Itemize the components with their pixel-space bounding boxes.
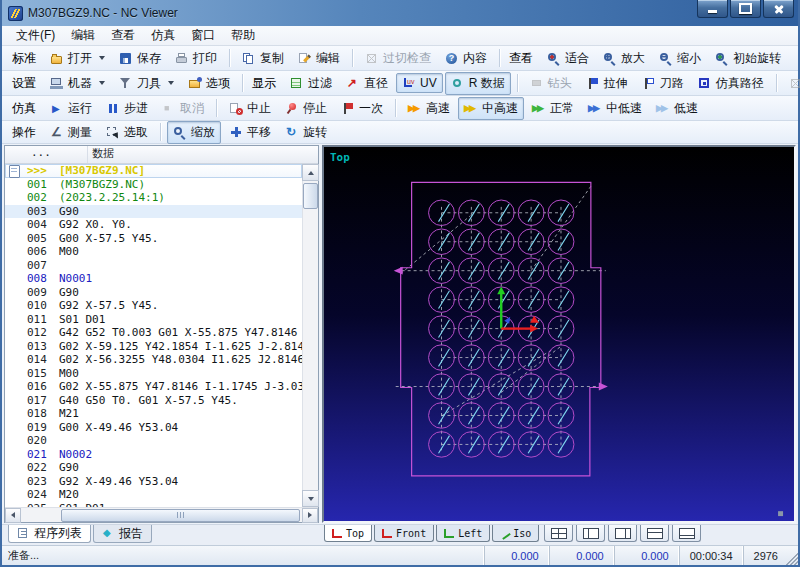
code-row[interactable]: 015M00 xyxy=(5,367,302,381)
split-left-button[interactable] xyxy=(576,525,605,542)
abort-button[interactable]: 中止 xyxy=(223,97,277,120)
code-row[interactable]: 011S01 D01 xyxy=(5,313,302,327)
code-row[interactable]: 003G90 xyxy=(5,205,302,219)
run-button[interactable]: 运行 xyxy=(44,97,98,120)
graphics-viewport[interactable]: Top xyxy=(322,145,796,523)
code-list[interactable]: >>>[M307BGZ9.NC]001(M307BGZ9.NC)002(2023… xyxy=(5,164,302,507)
scroll-down-button[interactable] xyxy=(302,490,319,507)
four-pane-button[interactable] xyxy=(544,525,573,542)
speed-normal-button[interactable]: 正常 xyxy=(526,97,580,120)
code-row[interactable]: 018M21 xyxy=(5,407,302,421)
help-button[interactable]: 内容 xyxy=(439,47,493,70)
split-bottom-button[interactable] xyxy=(672,525,701,542)
code-row[interactable]: >>>[M307BGZ9.NC] xyxy=(5,164,302,178)
speed-high-button[interactable]: 高速 xyxy=(402,97,456,120)
code-row[interactable]: 004G92 X0. Y0. xyxy=(5,218,302,232)
maximize-button[interactable] xyxy=(730,0,761,18)
zoom-out-button[interactable]: 缩小 xyxy=(653,47,707,70)
zoom-fit-button[interactable]: 适合 xyxy=(541,47,595,70)
code-row[interactable]: 013G02 X-59.125 Y42.1854 I-1.625 J-2.814… xyxy=(5,340,302,354)
stop-button[interactable]: 停止 xyxy=(279,97,333,120)
options-button[interactable]: 选项 xyxy=(182,72,236,95)
scroll-left-button[interactable] xyxy=(5,508,21,523)
toolbar-button-label: 停止 xyxy=(303,100,327,117)
zoom-in-button[interactable]: 放大 xyxy=(597,47,651,70)
code-row[interactable]: 017G40 G50 T0. G01 X-57.5 Y45. xyxy=(5,394,302,408)
minimize-button[interactable] xyxy=(697,0,728,18)
toolbar-separator xyxy=(229,49,230,67)
measure-button[interactable]: 测量 xyxy=(44,121,98,144)
code-row[interactable]: 020 xyxy=(5,434,302,448)
view-tab-top[interactable]: Top xyxy=(324,525,372,542)
code-row[interactable]: 009G90 xyxy=(5,286,302,300)
vertical-scrollbar[interactable] xyxy=(302,164,318,507)
tab-report[interactable]: 报告 xyxy=(93,525,152,543)
print-button[interactable]: 打印 xyxy=(169,47,223,70)
pan-button[interactable]: 平移 xyxy=(223,121,277,144)
code-row[interactable]: 006M00 xyxy=(5,245,302,259)
view-tab-front[interactable]: Front xyxy=(374,525,434,542)
menu-item-4[interactable]: 窗口 xyxy=(183,26,223,45)
close-button[interactable] xyxy=(763,0,794,18)
code-row[interactable]: 019G00 X-49.46 Y53.04 xyxy=(5,421,302,435)
zoom-tool-button[interactable]: 缩放 xyxy=(167,121,221,144)
toolpath-flag-button[interactable]: 刀路 xyxy=(636,72,690,95)
split-top-button[interactable] xyxy=(640,525,669,542)
machine-button[interactable]: 机器 xyxy=(44,72,111,95)
menu-item-2[interactable]: 查看 xyxy=(103,26,143,45)
menu-item-3[interactable]: 仿真 xyxy=(143,26,183,45)
edit-button[interactable]: 编辑 xyxy=(292,47,346,70)
rotate-button[interactable]: 旋转 xyxy=(279,121,333,144)
once-flag-button[interactable]: 一次 xyxy=(335,97,389,120)
horizontal-scroll-thumb[interactable] xyxy=(61,509,300,522)
save-button[interactable]: 保存 xyxy=(113,47,167,70)
code-row[interactable]: 024M20 xyxy=(5,488,302,502)
window-controls xyxy=(695,0,794,18)
diameter-button[interactable]: 直径 xyxy=(340,72,394,95)
code-row-gutter xyxy=(5,461,27,475)
menu-item-5[interactable]: 帮助 xyxy=(223,26,263,45)
code-row[interactable]: 007 xyxy=(5,259,302,273)
copy-button[interactable]: 复制 xyxy=(236,47,290,70)
zoom-tool-icon xyxy=(173,126,187,139)
sim-path-icon xyxy=(698,77,712,90)
uv-axes-button[interactable]: UV xyxy=(396,73,443,93)
split-right-button[interactable] xyxy=(608,525,637,542)
code-row[interactable]: 014G02 X-56.3255 Y48.0304 I1.625 J2.8146 xyxy=(5,353,302,367)
speed-midlow-button[interactable]: 中低速 xyxy=(582,97,648,120)
filter-button[interactable]: 过滤 xyxy=(284,72,338,95)
sim-path-button[interactable]: 仿真路径 xyxy=(692,72,770,95)
scroll-up-button[interactable] xyxy=(302,164,319,181)
initial-rotate-button[interactable]: 初始旋转 xyxy=(709,47,787,70)
r-data-button[interactable]: R 数据 xyxy=(445,72,511,95)
menu-item-1[interactable]: 编辑 xyxy=(63,26,103,45)
horizontal-scrollbar[interactable] xyxy=(5,507,318,522)
speed-midhigh-button[interactable]: 中高速 xyxy=(458,97,524,120)
code-row[interactable]: 001(M307BGZ9.NC) xyxy=(5,178,302,192)
bottom-tabs-row: 程序列表报告 TopFrontLeftIso xyxy=(2,524,798,545)
open-folder-button[interactable]: 打开 xyxy=(44,47,111,70)
code-row[interactable]: 016G02 X-55.875 Y47.8146 I-1.1745 J-3.03… xyxy=(5,380,302,394)
stretch-flag-button[interactable]: 拉伸 xyxy=(580,72,634,95)
menu-item-0[interactable]: 文件(F) xyxy=(8,26,63,45)
code-row[interactable]: 008N0001 xyxy=(5,272,302,286)
vertical-scroll-thumb[interactable] xyxy=(303,183,318,209)
code-row[interactable]: 002(2023.2.25.14:1) xyxy=(5,191,302,205)
code-row[interactable]: 022G90 xyxy=(5,461,302,475)
code-row[interactable]: 021N0002 xyxy=(5,448,302,462)
view-tab-left[interactable]: Left xyxy=(436,525,490,542)
step-button[interactable]: 步进 xyxy=(100,97,154,120)
scroll-right-button[interactable] xyxy=(302,508,318,523)
select-button[interactable]: 选取 xyxy=(100,121,154,144)
tool-button[interactable]: 刀具 xyxy=(113,72,180,95)
code-row-gutter xyxy=(5,286,27,300)
code-row[interactable]: 023G92 X-49.46 Y53.04 xyxy=(5,475,302,489)
code-row[interactable]: 010G92 X-57.5 Y45. xyxy=(5,299,302,313)
view-tab-iso[interactable]: Iso xyxy=(492,525,539,542)
code-row[interactable]: 005G00 X-57.5 Y45. xyxy=(5,232,302,246)
tab-program-list[interactable]: 程序列表 xyxy=(8,525,91,543)
code-row[interactable]: 012G42 G52 T0.003 G01 X-55.875 Y47.8146 xyxy=(5,326,302,340)
code-row[interactable]: 025S01 D01 xyxy=(5,502,302,508)
speed-low-button[interactable]: 低速 xyxy=(650,97,704,120)
resize-grip[interactable] xyxy=(784,551,798,565)
